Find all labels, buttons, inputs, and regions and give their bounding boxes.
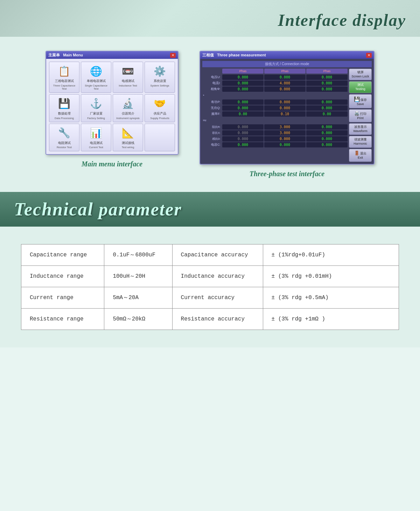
- header-section: Interface display: [0, 0, 420, 37]
- param-resistance-range-label: Resistance range: [21, 308, 104, 330]
- phase-side-buttons: 锁屏Screen Lock 测试Testing 💾 保存Save 🖨️ 打印Pr…: [349, 69, 372, 162]
- three-phase-window: 三相值 Three phase measurement ✕ 接线方式 / Con…: [200, 51, 374, 165]
- screen-lock-btn[interactable]: 锁屏Screen Lock: [349, 69, 372, 80]
- three-phase-titlebar: 三相值 Three phase measurement ✕: [200, 51, 374, 59]
- main-menu-window: 主菜单 Main Menu ✕ 📋 三相电容测试 Three Capacitan…: [46, 51, 178, 155]
- phase-row-freq: 频率F: 0.00 0.10 0.00 Hz: [202, 111, 348, 124]
- waveform-btn[interactable]: 波形显示Waveform: [349, 123, 372, 135]
- param-current-accuracy-label: Current accuracy: [172, 287, 263, 308]
- phase-header-a: Phas: [222, 69, 264, 74]
- testing-btn[interactable]: 测试Testing: [349, 81, 372, 93]
- main-menu-title-text: 主菜单 Main Menu: [48, 53, 83, 58]
- tech-body: Capacitance range 0.1uF～6800uF Capacitan…: [0, 227, 420, 347]
- menu-item-empty: [145, 124, 175, 152]
- tech-header: Technical parameter: [0, 192, 420, 227]
- wiring-icon: 📐: [120, 126, 136, 140]
- param-current-range-val: 5mA～20A: [104, 287, 172, 308]
- phase-row-voltage: 电压U: 0.000 0.000 0.000: [202, 75, 348, 80]
- phase-table-wrap: Phas Phas Phas 电压U: 0.000 0.000 0.000: [202, 69, 372, 162]
- param-resistance-accuracy-label: Resistance accuracy: [172, 308, 263, 330]
- system-icon: ⚙️: [152, 64, 168, 78]
- menu-item-resistor[interactable]: 🔧 电阻测试 Resistor Test: [49, 124, 79, 152]
- table-row: Capacitance range 0.1uF～6800uF Capacitan…: [21, 244, 399, 265]
- inductance-icon: 📼: [120, 64, 136, 78]
- param-current-range-label: Current range: [21, 287, 104, 308]
- table-row: Resistance range 50mΩ～20kΩ Resistance ac…: [21, 308, 399, 330]
- menu-item-wiring[interactable]: 📐 测试接线 Test wiring: [113, 124, 143, 152]
- phase-header-b: Phas: [264, 69, 306, 74]
- param-inductance-range-val: 100uH～20H: [104, 265, 172, 287]
- param-capacitance-accuracy-val: ± (1%rdg+0.01uF): [263, 244, 399, 265]
- phase-body: 接线方式 / Connection mode Phas Phas Phas 电压…: [200, 59, 374, 164]
- phase-row-cap-reactance: 容抗X: 0.000 3.000 0.000: [202, 130, 348, 136]
- phase-row-capacitance: 电容C: 0.000 0.000 0.000: [202, 142, 348, 147]
- instrument-icon: 🔬: [120, 97, 136, 111]
- phase-row-ind-reactance: 感抗D: 0.000 0.000 0.000: [202, 136, 348, 141]
- resistor-icon: 🔧: [56, 126, 73, 140]
- param-inductance-accuracy-label: Inductance accuracy: [172, 265, 263, 287]
- phase-header-c: Phas: [306, 69, 348, 74]
- three-phase-title-text: 三相值 Three phase measurement: [202, 53, 266, 58]
- three-cap-icon: 📋: [56, 64, 73, 78]
- main-menu-close-btn[interactable]: ✕: [170, 53, 176, 58]
- main-menu-interface-item: 主菜单 Main Menu ✕ 📋 三相电容测试 Three Capacitan…: [46, 51, 178, 168]
- menu-item-three-cap[interactable]: 📋 三相电容测试 Three Capacitance Test: [49, 62, 79, 93]
- param-inductance-accuracy-val: ± (3% rdg +0.01mH): [263, 265, 399, 287]
- three-phase-interface-item: 三相值 Three phase measurement ✕ 接线方式 / Con…: [200, 51, 374, 178]
- menu-item-single-cap[interactable]: 🌐 单相电容测试 Single Capacitance Test: [81, 62, 111, 93]
- menu-item-system[interactable]: ⚙️ 系统设置 System Settings: [145, 62, 175, 93]
- phase-row-reactive: 无功Q: 0.000 0.000 0.000: [202, 105, 348, 111]
- table-row: Current range 5mA～20A Current accuracy ±…: [21, 287, 399, 308]
- param-resistance-range-val: 50mΩ～20kΩ: [104, 308, 172, 330]
- param-inductance-range-label: Inductance range: [21, 265, 104, 287]
- supply-icon: 🤝: [152, 97, 168, 111]
- main-menu-caption: Main menu interface: [82, 160, 142, 168]
- tech-title: Technical parameter: [14, 199, 182, 220]
- phase-row-active: 有功P: 0.000 0.000 0.000: [202, 99, 348, 105]
- save-btn[interactable]: 💾 保存Save: [349, 94, 372, 108]
- param-capacitance-range-val: 0.1uF～6800uF: [104, 244, 172, 265]
- param-capacitance-accuracy-label: Capacitance accuracy: [172, 244, 263, 265]
- menu-grid: 📋 三相电容测试 Three Capacitance Test 🌐 单相电容测试…: [49, 62, 175, 151]
- menu-item-inductance[interactable]: 📼 电感测试 Inductance Test: [113, 62, 143, 93]
- single-cap-icon: 🌐: [88, 64, 105, 78]
- print-btn[interactable]: 🖨️ 打印Print: [349, 109, 372, 122]
- phase-subtitle: 接线方式 / Connection mode: [202, 61, 372, 67]
- three-phase-close-btn[interactable]: ✕: [366, 53, 372, 58]
- three-phase-caption: Three-phase test interface: [250, 170, 324, 178]
- param-capacitance-range-label: Capacitance range: [21, 244, 104, 265]
- menu-item-instrument[interactable]: 🔬 仪器简介 Instrument synopsis: [113, 94, 143, 122]
- table-row: Inductance range 100uH～20H Inductance ac…: [21, 265, 399, 287]
- phase-row-current: 电流I: 0.000 4.000 0.000: [202, 81, 348, 86]
- exit-btn[interactable]: 🚪 退出Exit: [349, 149, 372, 162]
- tech-section: Technical parameter Capacitance range 0.…: [0, 192, 420, 347]
- harmonic-btn[interactable]: 谐波测量Harmonic: [349, 136, 372, 147]
- page-title: Interface display: [278, 11, 406, 30]
- menu-item-current[interactable]: 📊 电流测试 Current Test: [81, 124, 111, 152]
- phase-main-table: Phas Phas Phas 电压U: 0.000 0.000 0.000: [202, 69, 348, 162]
- menu-item-data[interactable]: 💾 数据处理 Data Processing: [49, 94, 79, 122]
- main-menu-body: 📋 三相电容测试 Three Capacitance Test 🌐 单相电容测试…: [46, 59, 178, 154]
- phase-row-angle: 相角Φ: 0.000 0.000 0.000 *: [202, 87, 348, 99]
- main-menu-titlebar: 主菜单 Main Menu ✕: [46, 51, 178, 59]
- menu-item-factory[interactable]: ⚓ 厂家设置 Factory Setting: [81, 94, 111, 122]
- menu-item-supply[interactable]: 🤝 供应产品 Supply Products: [145, 94, 175, 122]
- phase-row-impedance: 阻抗R: 0.000 3.000 0.000: [202, 124, 348, 130]
- data-icon: 💾: [56, 97, 73, 111]
- params-table: Capacitance range 0.1uF～6800uF Capacitan…: [21, 244, 399, 330]
- interface-section: 主菜单 Main Menu ✕ 📋 三相电容测试 Three Capacitan…: [0, 37, 420, 192]
- param-current-accuracy-val: ± (3% rdg +0.5mA): [263, 287, 399, 308]
- param-resistance-accuracy-val: ± (3% rdg +1mΩ ): [263, 308, 399, 330]
- current-icon: 📊: [88, 126, 105, 140]
- factory-icon: ⚓: [88, 97, 105, 111]
- phase-header-row: Phas Phas Phas: [202, 69, 348, 74]
